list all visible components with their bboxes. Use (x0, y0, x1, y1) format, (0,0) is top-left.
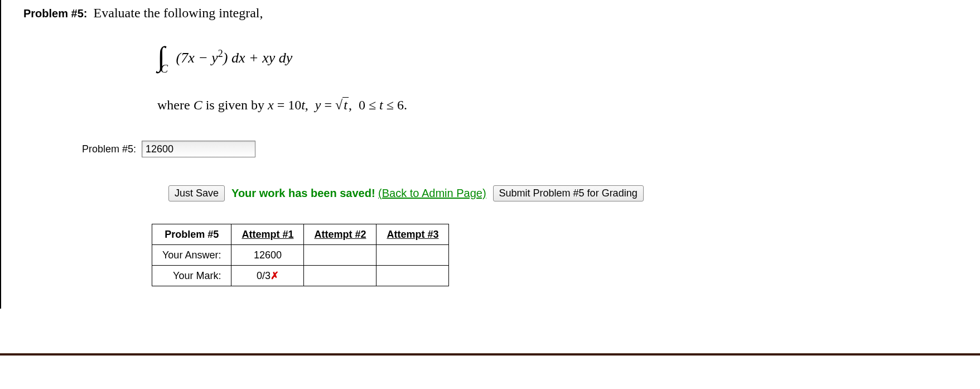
curve-x: x (268, 98, 274, 112)
curve-definition: where C is given by x = 10t, y = √t, 0 ≤… (157, 98, 958, 113)
curve-pre: where (157, 98, 194, 112)
mark-a3 (376, 266, 449, 286)
table-header-row: Problem #5 Attempt #1 Attempt #2 Attempt… (152, 224, 449, 245)
col-attempt-2: Attempt #2 (304, 224, 376, 245)
mark-a2 (304, 266, 376, 286)
problem-container: Problem #5: Evaluate the following integ… (0, 0, 980, 309)
curve-sep: , (305, 98, 315, 112)
attempt-3-link[interactable]: Attempt #3 (387, 229, 438, 240)
problem-label: Problem #5: (23, 7, 87, 20)
integral-formula: ∫C (7x − y2) dx + xy dy (157, 43, 958, 75)
submit-button[interactable]: Submit Problem #5 for Grading (493, 185, 644, 201)
problem-prompt: Evaluate the following integral, (94, 6, 263, 20)
table-row: Your Mark: 0/3✗ (152, 266, 449, 286)
mark-a1-score: 0/3 (257, 270, 271, 281)
saved-text: Your work has been saved! (231, 187, 375, 199)
answer-a2 (304, 245, 376, 266)
x-mark-icon: ✗ (271, 270, 279, 281)
attempt-2-link[interactable]: Attempt #2 (314, 229, 366, 240)
answer-row: Problem #5: (82, 141, 958, 157)
curve-mid: is given by (202, 98, 268, 112)
col-attempt-3: Attempt #3 (376, 224, 449, 245)
problem-header: Problem #5: Evaluate the following integ… (23, 6, 958, 21)
attempt-1-link[interactable]: Attempt #1 (242, 229, 293, 240)
results-table: Problem #5 Attempt #1 Attempt #2 Attempt… (152, 224, 449, 286)
table-row: Your Answer: 12600 (152, 245, 449, 266)
row-your-answer: Your Answer: (152, 245, 231, 266)
answer-input[interactable] (142, 141, 255, 157)
back-to-admin-link[interactable]: (Back to Admin Page) (378, 187, 486, 199)
sqrt-icon: √ (335, 98, 342, 112)
answer-a1: 12600 (231, 245, 304, 266)
sqrt-arg: t (342, 97, 349, 112)
action-row: Just Save Your work has been saved! (Bac… (168, 185, 958, 201)
col-attempt-1: Attempt #1 (231, 224, 304, 245)
just-save-button[interactable]: Just Save (168, 185, 225, 201)
answer-a3 (376, 245, 449, 266)
saved-message: Your work has been saved! (Back to Admin… (231, 187, 486, 200)
mark-a1: 0/3✗ (231, 266, 304, 286)
bottom-divider (0, 353, 980, 356)
col-problem: Problem #5 (152, 224, 231, 245)
curve-var: C (194, 98, 202, 112)
row-your-mark: Your Mark: (152, 266, 231, 286)
answer-label: Problem #5: (82, 143, 136, 155)
